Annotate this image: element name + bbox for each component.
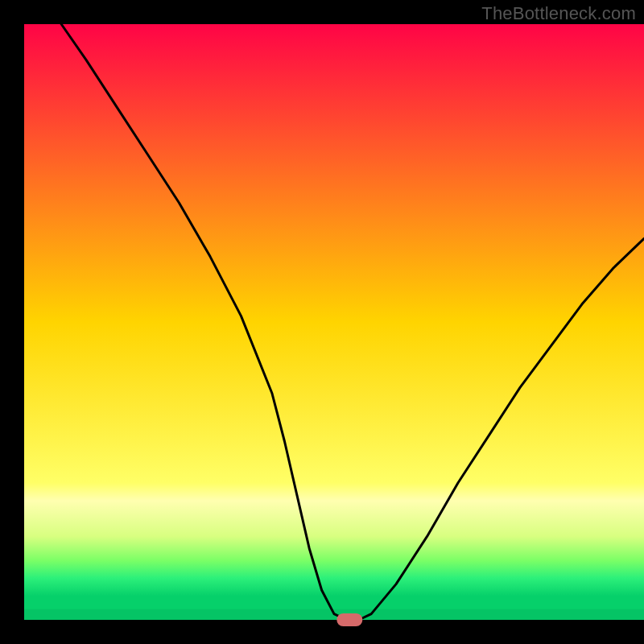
plot-background (24, 24, 644, 620)
watermark-text: TheBottleneck.com (481, 3, 636, 24)
optimal-marker (336, 613, 362, 626)
bottleneck-chart: TheBottleneck.com (0, 0, 644, 644)
chart-svg (0, 0, 644, 644)
